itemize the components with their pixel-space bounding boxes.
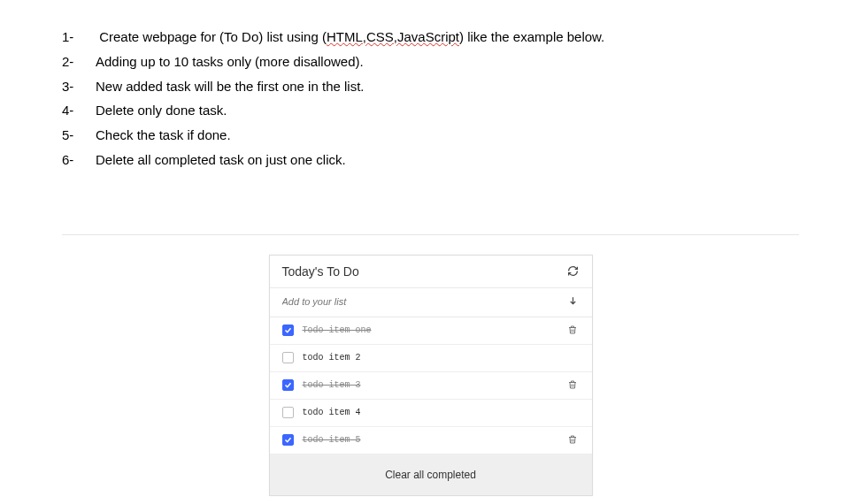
req-text: Check the task if done.: [96, 127, 231, 142]
todo-title: Today's To Do: [282, 264, 359, 279]
req-text: Create webpage for (To Do) list using (: [99, 29, 327, 44]
trash-icon[interactable]: [567, 379, 580, 392]
requirement-item: Adding up to 10 tasks only (more disallo…: [62, 50, 799, 74]
clear-label: Clear all completed: [385, 469, 476, 481]
req-text: Delete all completed task on just one cl…: [96, 152, 346, 167]
todo-list: Todo item onetodo item 2todo item 3todo …: [270, 317, 592, 454]
todo-item: Todo item one: [270, 317, 592, 345]
checkbox[interactable]: [282, 325, 294, 336]
separator: [62, 234, 799, 235]
todo-item: todo item 2: [270, 345, 592, 372]
add-task-input[interactable]: [282, 296, 567, 307]
clear-completed-button[interactable]: Clear all completed: [270, 454, 592, 495]
requirement-item: Create webpage for (To Do) list using (H…: [62, 25, 799, 50]
requirements-list: Create webpage for (To Do) list using (H…: [0, 0, 861, 172]
requirement-item: Check the task if done.: [62, 123, 799, 148]
enter-icon[interactable]: [567, 295, 580, 308]
todo-item: todo item 4: [270, 400, 592, 427]
todo-item-label: todo item 2: [303, 353, 567, 363]
todo-item-label: Todo item one: [303, 325, 567, 335]
trash-icon[interactable]: [567, 325, 580, 337]
req-text: Delete only done task.: [96, 103, 227, 118]
checkbox[interactable]: [282, 434, 294, 446]
todo-item: todo item 3: [270, 372, 592, 400]
trash-icon[interactable]: [567, 434, 580, 447]
req-spellcheck: HTML,CSS,JavaScript: [327, 29, 459, 44]
requirement-item: New added task will be the first one in …: [62, 74, 799, 99]
todo-item-label: todo item 3: [303, 380, 567, 390]
req-text: New added task will be the first one in …: [96, 79, 365, 94]
todo-add-row: [270, 288, 592, 317]
refresh-icon[interactable]: [567, 265, 580, 278]
todo-item: todo item 5: [270, 427, 592, 454]
req-text: ) like the example below.: [459, 29, 604, 44]
checkbox[interactable]: [282, 407, 294, 418]
todo-card: Today's To Do Todo item onetod: [269, 255, 593, 496]
example-wrap: Today's To Do Todo item onetod: [0, 255, 861, 496]
requirement-item: Delete all completed task on just one cl…: [62, 148, 799, 172]
req-text: Adding up to 10 tasks only (more disallo…: [96, 54, 364, 69]
todo-item-label: todo item 4: [303, 408, 567, 417]
checkbox[interactable]: [282, 352, 294, 363]
checkbox[interactable]: [282, 379, 294, 391]
requirement-item: Delete only done task.: [62, 98, 799, 123]
todo-header: Today's To Do: [270, 256, 592, 288]
todo-item-label: todo item 5: [303, 435, 567, 445]
